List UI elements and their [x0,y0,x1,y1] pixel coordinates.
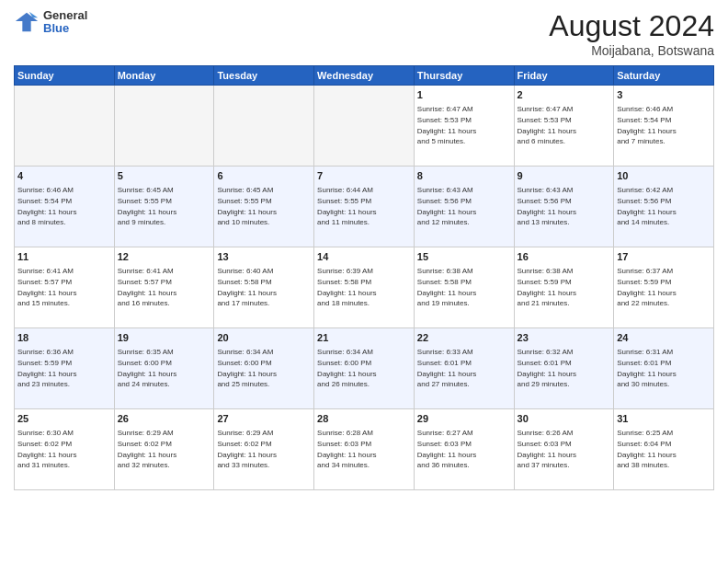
page-container: General Blue August 2024 Moijabana, Bots… [0,0,728,563]
day-info: Sunrise: 6:43 AMSunset: 5:56 PMDaylight:… [518,185,611,227]
calendar-week-row: 1Sunrise: 6:47 AMSunset: 5:53 PMDaylight… [15,86,714,167]
day-number: 26 [118,412,211,426]
day-number: 2 [518,88,611,102]
day-info: Sunrise: 6:41 AMSunset: 5:57 PMDaylight:… [118,266,211,308]
logo-blue: Blue [43,22,87,35]
day-info: Sunrise: 6:39 AMSunset: 5:58 PMDaylight:… [317,266,411,308]
calendar-cell: 22Sunrise: 6:33 AMSunset: 6:01 PMDayligh… [414,328,514,409]
calendar-cell: 27Sunrise: 6:29 AMSunset: 6:02 PMDayligh… [214,409,314,490]
logo-general: General [43,9,87,22]
day-info: Sunrise: 6:45 AMSunset: 5:55 PMDaylight:… [217,185,311,227]
weekday-header-wednesday: Wednesday [314,66,415,86]
day-number: 4 [17,169,111,183]
day-number: 14 [317,250,411,264]
title-block: August 2024 Moijabana, Botswana [549,9,714,58]
day-info: Sunrise: 6:30 AMSunset: 6:02 PMDaylight:… [17,428,111,470]
calendar-cell: 7Sunrise: 6:44 AMSunset: 5:55 PMDaylight… [314,167,415,247]
day-info: Sunrise: 6:29 AMSunset: 6:02 PMDaylight:… [118,428,211,470]
day-info: Sunrise: 6:33 AMSunset: 6:01 PMDaylight:… [417,347,511,389]
calendar-week-row: 4Sunrise: 6:46 AMSunset: 5:54 PMDaylight… [15,167,714,247]
day-number: 16 [518,250,611,264]
day-number: 25 [17,412,111,426]
calendar-cell: 28Sunrise: 6:28 AMSunset: 6:03 PMDayligh… [314,409,415,490]
day-info: Sunrise: 6:27 AMSunset: 6:03 PMDaylight:… [417,428,511,470]
calendar-cell [15,86,115,167]
calendar-cell: 8Sunrise: 6:43 AMSunset: 5:56 PMDaylight… [414,167,514,247]
calendar-cell: 18Sunrise: 6:36 AMSunset: 5:59 PMDayligh… [15,328,115,409]
day-number: 20 [217,331,311,345]
calendar-cell: 24Sunrise: 6:31 AMSunset: 6:01 PMDayligh… [614,328,714,409]
calendar-cell: 5Sunrise: 6:45 AMSunset: 5:55 PMDaylight… [114,167,214,247]
day-info: Sunrise: 6:47 AMSunset: 5:53 PMDaylight:… [417,104,511,146]
calendar-week-row: 18Sunrise: 6:36 AMSunset: 5:59 PMDayligh… [15,328,714,409]
calendar-cell [314,86,415,167]
day-number: 21 [317,331,411,345]
month-title: August 2024 [549,9,714,43]
day-info: Sunrise: 6:26 AMSunset: 6:03 PMDaylight:… [518,428,611,470]
calendar-cell: 13Sunrise: 6:40 AMSunset: 5:58 PMDayligh… [214,247,314,328]
calendar-cell: 25Sunrise: 6:30 AMSunset: 6:02 PMDayligh… [15,409,115,490]
page-header: General Blue August 2024 Moijabana, Bots… [14,9,714,58]
day-info: Sunrise: 6:44 AMSunset: 5:55 PMDaylight:… [317,185,411,227]
day-info: Sunrise: 6:32 AMSunset: 6:01 PMDaylight:… [518,347,611,389]
day-info: Sunrise: 6:38 AMSunset: 5:59 PMDaylight:… [518,266,611,308]
logo-icon [14,9,40,35]
day-number: 28 [317,412,411,426]
calendar-cell: 19Sunrise: 6:35 AMSunset: 6:00 PMDayligh… [114,328,214,409]
location: Moijabana, Botswana [549,43,714,58]
day-info: Sunrise: 6:45 AMSunset: 5:55 PMDaylight:… [118,185,211,227]
day-number: 23 [518,331,611,345]
day-info: Sunrise: 6:28 AMSunset: 6:03 PMDaylight:… [317,428,411,470]
weekday-header-sunday: Sunday [15,66,115,86]
weekday-header-friday: Friday [514,66,614,86]
calendar-cell: 31Sunrise: 6:25 AMSunset: 6:04 PMDayligh… [614,409,714,490]
calendar-cell: 12Sunrise: 6:41 AMSunset: 5:57 PMDayligh… [114,247,214,328]
calendar-cell: 1Sunrise: 6:47 AMSunset: 5:53 PMDaylight… [414,86,514,167]
calendar-cell: 21Sunrise: 6:34 AMSunset: 6:00 PMDayligh… [314,328,415,409]
calendar-cell: 14Sunrise: 6:39 AMSunset: 5:58 PMDayligh… [314,247,415,328]
day-info: Sunrise: 6:29 AMSunset: 6:02 PMDaylight:… [217,428,311,470]
day-info: Sunrise: 6:37 AMSunset: 5:59 PMDaylight:… [617,266,711,308]
calendar-cell: 15Sunrise: 6:38 AMSunset: 5:58 PMDayligh… [414,247,514,328]
day-number: 22 [417,331,511,345]
day-number: 12 [118,250,211,264]
day-number: 3 [617,88,711,102]
day-number: 11 [17,250,111,264]
logo: General Blue [14,9,87,36]
calendar-cell: 10Sunrise: 6:42 AMSunset: 5:56 PMDayligh… [614,167,714,247]
calendar-cell [114,86,214,167]
calendar-cell [214,86,314,167]
day-info: Sunrise: 6:41 AMSunset: 5:57 PMDaylight:… [17,266,111,308]
calendar-cell: 3Sunrise: 6:46 AMSunset: 5:54 PMDaylight… [614,86,714,167]
day-number: 10 [617,169,711,183]
calendar-cell: 6Sunrise: 6:45 AMSunset: 5:55 PMDaylight… [214,167,314,247]
day-number: 31 [617,412,711,426]
weekday-header-thursday: Thursday [414,66,514,86]
logo-text: General Blue [43,9,87,36]
day-info: Sunrise: 6:42 AMSunset: 5:56 PMDaylight:… [617,185,711,227]
weekday-header-tuesday: Tuesday [214,66,314,86]
day-number: 15 [417,250,511,264]
day-number: 5 [118,169,211,183]
day-info: Sunrise: 6:36 AMSunset: 5:59 PMDaylight:… [17,347,111,389]
weekday-header-monday: Monday [114,66,214,86]
calendar-cell: 16Sunrise: 6:38 AMSunset: 5:59 PMDayligh… [514,247,614,328]
calendar-cell: 9Sunrise: 6:43 AMSunset: 5:56 PMDaylight… [514,167,614,247]
day-info: Sunrise: 6:43 AMSunset: 5:56 PMDaylight:… [417,185,511,227]
calendar-week-row: 25Sunrise: 6:30 AMSunset: 6:02 PMDayligh… [15,409,714,490]
day-number: 18 [17,331,111,345]
day-number: 9 [518,169,611,183]
day-info: Sunrise: 6:34 AMSunset: 6:00 PMDaylight:… [217,347,311,389]
day-info: Sunrise: 6:46 AMSunset: 5:54 PMDaylight:… [17,185,111,227]
day-info: Sunrise: 6:35 AMSunset: 6:00 PMDaylight:… [118,347,211,389]
calendar-week-row: 11Sunrise: 6:41 AMSunset: 5:57 PMDayligh… [15,247,714,328]
day-info: Sunrise: 6:47 AMSunset: 5:53 PMDaylight:… [518,104,611,146]
day-info: Sunrise: 6:31 AMSunset: 6:01 PMDaylight:… [617,347,711,389]
calendar-cell: 17Sunrise: 6:37 AMSunset: 5:59 PMDayligh… [614,247,714,328]
day-number: 13 [217,250,311,264]
day-number: 17 [617,250,711,264]
calendar-cell: 2Sunrise: 6:47 AMSunset: 5:53 PMDaylight… [514,86,614,167]
weekday-header-saturday: Saturday [614,66,714,86]
day-info: Sunrise: 6:46 AMSunset: 5:54 PMDaylight:… [617,104,711,146]
day-info: Sunrise: 6:34 AMSunset: 6:00 PMDaylight:… [317,347,411,389]
